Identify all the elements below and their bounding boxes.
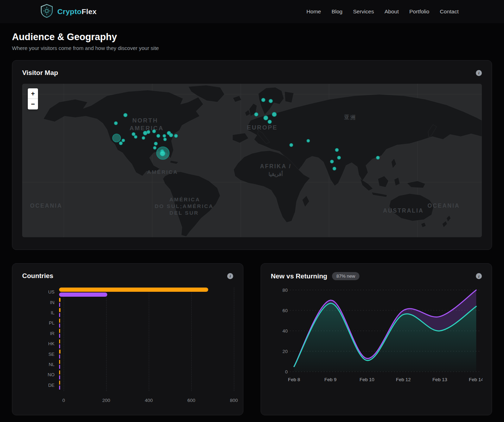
svg-text:AMERICA: AMERICA [129,125,164,132]
svg-text:80: 80 [282,288,288,293]
nav-item-contact[interactable]: Contact [440,8,459,15]
country-label: NL [22,362,59,367]
countries-card: Countries i USINILPLIRHKSENLNODE02004006… [12,263,243,415]
countries-gridline [234,288,234,391]
countries-x-tick: 600 [187,398,196,403]
svg-text:DO SUL;AMÉRICA: DO SUL;AMÉRICA [155,203,213,209]
bar-visitors-orange [59,329,60,333]
percent-new-badge: 87% new [332,272,359,280]
info-icon[interactable]: i [476,70,482,76]
countries-x-tick: 400 [145,398,153,403]
world-map[interactable]: NORTHAMERICAEUROPE亚洲AFRIKA /أفريقياAMÉRI… [22,84,482,237]
countries-x-tick: 800 [230,398,238,403]
navbar: CryptoFlex Home Blog Services About Port… [0,0,504,23]
country-row-ir: IR [22,328,233,339]
country-label: PL [22,320,59,326]
shield-logo-icon [39,4,54,20]
svg-text:亚洲: 亚洲 [344,114,356,120]
country-label: SE [22,352,59,357]
country-label: US [22,289,59,295]
svg-text:NORTH: NORTH [132,117,158,124]
bar-visitors-purple [59,303,60,307]
countries-bar-chart: USINILPLIRHKSENLNODE0200400600800 [22,287,233,403]
bar-visitors-orange [59,349,60,354]
bar-visitors-orange [59,360,60,364]
nav-item-blog[interactable]: Blog [332,8,343,15]
svg-text:Feb 13: Feb 13 [432,377,447,382]
nav-item-about[interactable]: About [384,8,399,15]
svg-text:Feb 10: Feb 10 [359,377,374,382]
visitor-map-title: Visitor Map [22,69,58,77]
svg-text:AUSTRALIA: AUSTRALIA [383,207,423,214]
country-label: HK [22,341,59,346]
svg-text:AMÉRICA: AMÉRICA [170,196,200,202]
bar-visitors-purple [59,344,60,348]
zoom-in-button[interactable]: + [28,88,38,99]
line-chart-svg: 020406080Feb 8Feb 9Feb 10Feb 12Feb 13Feb… [271,285,483,391]
bar-visitors-purple [59,323,60,328]
country-row-no: NO [22,370,233,380]
svg-text:OCEANIA: OCEANIA [30,202,63,209]
svg-text:AFRIKA /: AFRIKA / [260,163,291,169]
bar-visitors-orange [59,380,60,385]
bar-visitors-purple [59,313,60,317]
brand-name: CryptoFlex [57,7,97,16]
bar-visitors-purple [59,292,107,297]
svg-text:أفريقيا: أفريقيا [269,170,283,177]
bar-visitors-orange [59,370,60,374]
page-title: Audience & Geography [12,32,492,43]
bar-visitors-purple [59,354,60,359]
bar-visitors-orange [59,308,60,312]
svg-text:AMÉRICA: AMÉRICA [147,169,178,175]
country-row-in: IN [22,297,233,307]
svg-text:DEL SUR: DEL SUR [170,210,199,216]
bar-visitors-purple [59,375,60,379]
country-row-nl: NL [22,359,233,370]
bar-visitors-purple [59,334,60,338]
new-vs-returning-line-chart: 020406080Feb 8Feb 9Feb 10Feb 12Feb 13Feb… [271,285,482,392]
new-vs-returning-title: New vs Returning [271,272,327,280]
country-row-us: US [22,287,233,297]
bar-visitors-orange [59,339,60,344]
svg-text:0: 0 [285,369,288,374]
bar-visitors-orange [59,319,60,323]
nav-item-portfolio[interactable]: Portfolio [409,8,429,15]
country-label: IN [22,300,59,305]
world-map-svg: NORTHAMERICAEUROPE亚洲AFRIKA /أفريقياAMÉRI… [22,84,482,237]
visitor-map-card: Visitor Map i [12,60,492,250]
country-label: IL [22,310,59,315]
country-label: DE [22,383,59,388]
bar-visitors-purple [59,385,60,390]
nav-links: Home Blog Services About Portfolio Conta… [306,8,459,15]
country-row-se: SE [22,349,233,359]
country-row-de: DE [22,380,233,390]
country-label: NO [22,372,59,377]
country-row-pl: PL [22,318,233,328]
nav-item-home[interactable]: Home [306,8,321,15]
countries-x-tick: 0 [62,398,65,403]
countries-x-tick: 200 [102,398,110,403]
svg-text:EUROPE: EUROPE [247,124,277,131]
country-label: IR [22,331,59,336]
nav-item-services[interactable]: Services [353,8,374,15]
svg-text:Feb 8: Feb 8 [288,377,300,382]
bar-visitors-orange [59,288,208,292]
country-row-il: IL [22,308,233,318]
svg-text:60: 60 [282,308,288,313]
zoom-out-button[interactable]: − [28,99,38,109]
bar-visitors-orange [59,298,60,302]
new-vs-returning-card: New vs Returning 87% new i 020406080Feb … [261,263,492,415]
svg-text:20: 20 [282,349,288,354]
country-row-hk: HK [22,339,233,349]
info-icon[interactable]: i [227,273,233,279]
countries-title: Countries [22,272,53,280]
svg-text:Feb 12: Feb 12 [396,377,411,382]
page-subtitle: Where your visitors come from and how th… [12,45,492,51]
info-icon[interactable]: i [476,273,482,279]
svg-text:OCEANIA: OCEANIA [428,202,460,209]
svg-text:40: 40 [282,328,288,334]
main-content: Audience & Geography Where your visitors… [0,32,504,415]
brand-logo[interactable]: CryptoFlex [39,4,97,20]
svg-text:Feb 9: Feb 9 [324,377,337,382]
map-zoom-control: + − [28,88,38,109]
